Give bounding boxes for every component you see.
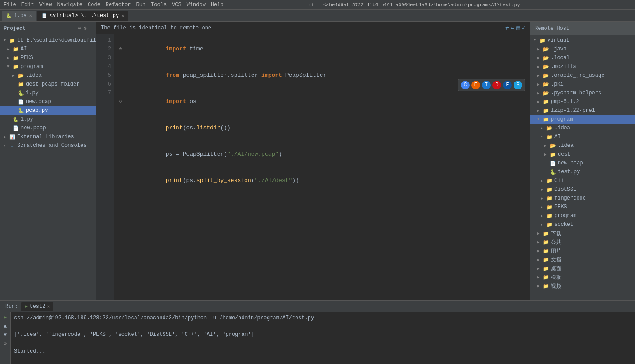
sidebar-settings-icon[interactable]: ⚙ [84,25,87,32]
sync-icon[interactable]: ⇄ [505,24,509,32]
menu-navigate[interactable]: Navigate [57,2,82,8]
tab-1py[interactable]: 🐍 1.py ✕ [2,11,36,21]
remote-newpcap[interactable]: 📄 new.pcap [530,159,635,168]
menu-help[interactable]: Help [211,2,224,8]
tree-root[interactable]: ▼ 📁 tt E:\seafile\downloadfile\tt [0,36,96,45]
tab-1py-close[interactable]: ✕ [29,13,32,18]
remote-tupian[interactable]: ▶ 📁 图片 [530,246,635,255]
menu-vcs[interactable]: VCS [172,2,182,8]
info-bar: The file is identical to remote one. ⇄ ↩… [96,22,530,34]
sidebar-item-newpcap-root[interactable]: 📄 new.pcap [0,124,96,132]
sidebar-item-dest-pcaps[interactable]: 📁 dest_pcaps_folder [0,80,96,89]
action-icons[interactable]: ⇄ ↩ ▤ ✓ [505,24,525,32]
remote-dest[interactable]: ▶ 📁 dest [530,150,635,159]
remote-distsse[interactable]: ▶ 📁 DistSSE [530,185,635,194]
remote-oracle[interactable]: ▶ 📂 .oracle_jre_usage [530,71,635,80]
sidebar-actions[interactable]: ⊕ ⚙ — [78,25,93,32]
run-line-0: ssh://admin@192.168.189.128:22/usr/local… [14,314,631,322]
remote-idea[interactable]: ▶ 📂 .idea [530,124,635,132]
remote-xiazai[interactable]: ▶ 📁 下载 [530,229,635,238]
sidebar-item-scratches[interactable]: ▶ ✏ Scratches and Consoles [0,141,96,150]
edge-icon[interactable]: E [503,81,512,89]
menu-window[interactable]: Window [187,2,206,8]
run-tab-close[interactable]: ✕ [47,304,50,309]
sidebar-item-newpcap[interactable]: 📄 new.pcap [0,97,96,106]
line-numbers: 1 2 3 4 5 6 7 [96,34,114,300]
run-sidebar: ▶ ▲ ▼ ⚙ [0,312,11,364]
sidebar-collapse-icon[interactable]: — [89,25,93,32]
remote-mozilla[interactable]: ▶ 📂 .mozilla [530,62,635,71]
sidebar-item-pcappy[interactable]: 🐍 pcap.py [0,106,96,115]
remote-java[interactable]: ▶ 📂 .java [530,45,635,54]
remote-ai-idea[interactable]: ▶ 📂 .idea [530,141,635,150]
ie-icon[interactable]: I [482,81,491,89]
chrome-icon[interactable]: C [461,81,470,89]
remote-root[interactable]: ▼ 📁 virtual [530,36,635,45]
scratches-label: Scratches and Consoles [17,143,86,149]
fold-1[interactable]: ⊖ [119,45,125,54]
remote-gonggong[interactable]: ▶ 📁 公共 [530,238,635,246]
remote-pki[interactable]: ▶ 📂 .pki [530,80,635,89]
sidebar-item-ext-libs[interactable]: ▶ 📊 External Libraries [0,132,96,141]
revert-icon[interactable]: ↩ [511,24,514,32]
tab-virtual-testpy[interactable]: 📄 <virtual> \...\test.py ✕ [37,11,128,21]
remote-panel: Remote Host ▼ 📁 virtual ▶ 📂 .java ▶ 📂 .l… [530,22,635,300]
sidebar-item-program[interactable]: ▼ 📁 program [0,62,96,71]
remote-socket[interactable]: ▶ 📁 socket [530,220,635,229]
remote-fingercode[interactable]: ▶ 📁 fingercode [530,194,635,203]
sidebar-locate-icon[interactable]: ⊕ [78,25,81,32]
menu-tools[interactable]: Tools [151,2,167,8]
remote-program2[interactable]: ▶ 📁 program [530,211,635,220]
firefox-icon[interactable]: F [471,81,480,89]
1py-label: 1.py [26,90,39,96]
check-icon: ✓ [522,24,525,32]
newpcap-root-icon: 📄 [12,125,19,131]
code-text-1: import time [125,36,203,62]
remote-ai[interactable]: ▼ 📁 AI [530,132,635,141]
remote-wendang[interactable]: ▶ 📁 文档 [530,255,635,264]
fold-3[interactable]: ⊖ [119,97,125,106]
virtual-icon: 📄 [42,13,47,18]
sidebar-item-1py[interactable]: 🐍 1.py [0,89,96,97]
menu-file[interactable]: File [4,2,16,8]
run-scroll-up[interactable]: ▲ [2,323,9,330]
menu-code[interactable]: Code [88,2,100,8]
menu-bar[interactable]: File Edit View Navigate Code Refactor Ru… [4,2,224,8]
tab-virtual-close[interactable]: ✕ [121,13,124,18]
opera-icon[interactable]: O [492,81,501,89]
scratches-arrow: ▶ [4,143,9,148]
remote-local[interactable]: ▶ 📂 .local [530,54,635,62]
run-play-button[interactable]: ▶ [2,314,9,321]
ext-libs-label: External Libraries [17,134,74,140]
sidebar-item-peks[interactable]: ▶ 📁 PEKS [0,54,96,62]
remote-zhuomian[interactable]: ▶ 📁 桌面 [530,264,635,273]
browser-icons-row: C F I O E S [458,79,525,91]
code-content[interactable]: ⊖ import time from pcap_splitter.splitte… [114,34,530,300]
menu-refactor[interactable]: Refactor [106,2,131,8]
safari-icon[interactable]: S [514,81,522,89]
menu-run[interactable]: Run [136,2,146,8]
remote-lzip[interactable]: ▶ 📁 lzip-1.22-pre1 [530,106,635,115]
window-title: tt - <abe4d6af-5722-41b6-b491-a0904eeb1a… [224,2,605,7]
code-editor[interactable]: 1 2 3 4 5 6 7 ⊖ import time [96,34,530,300]
sidebar-item-idea[interactable]: ▶ 📂 .idea [0,71,96,80]
remote-moban[interactable]: ▶ 📁 模板 [530,273,635,282]
sidebar-item-1py-root[interactable]: 🐍 1.py [0,115,96,124]
remote-program[interactable]: ▼ 📁 program [530,115,635,124]
filter-icon[interactable]: ▤ [516,24,520,32]
1py-icon: 🐍 [18,90,25,96]
remote-peks[interactable]: ▶ 📁 PEKS [530,203,635,211]
peks-label: PEKS [21,55,33,61]
remote-testpy[interactable]: 🐍 test.py [530,168,635,176]
code-text-3: import os [125,89,196,115]
menu-edit[interactable]: Edit [21,2,34,8]
run-tab-test2[interactable]: ▶ test2 ✕ [21,302,54,311]
remote-pycharm[interactable]: ▶ 📂 .pycharm_helpers [530,89,635,97]
remote-gmp[interactable]: ▶ 📁 gmp-6.1.2 [530,97,635,106]
run-scroll-down[interactable]: ▼ [2,332,9,339]
remote-shipin[interactable]: ▶ 📁 视频 [530,282,635,290]
sidebar-item-ai[interactable]: ▶ 📁 AI [0,45,96,54]
remote-cpp[interactable]: ▶ 📁 C++ [530,176,635,185]
menu-view[interactable]: View [39,2,52,8]
run-settings[interactable]: ⚙ [2,340,9,347]
